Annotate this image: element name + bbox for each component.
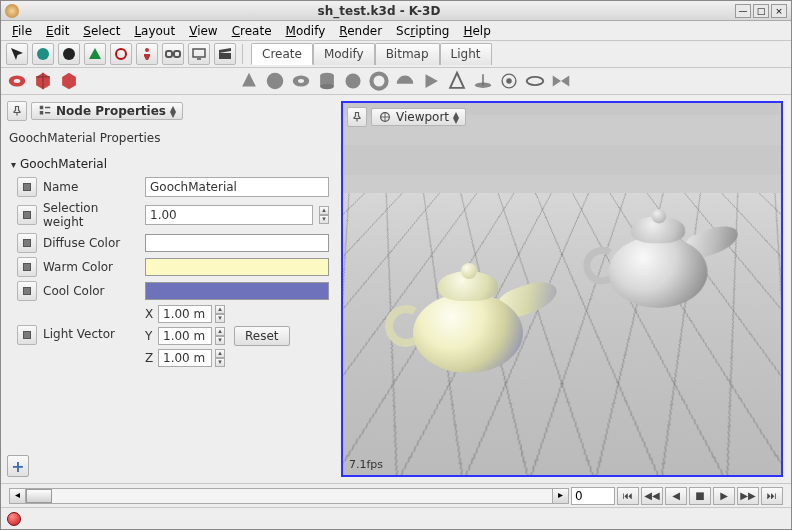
tab-create[interactable]: Create bbox=[251, 43, 313, 65]
tab-light[interactable]: Light bbox=[440, 43, 492, 65]
menu-file[interactable]: File bbox=[5, 22, 39, 40]
torus-red-icon[interactable] bbox=[6, 70, 28, 92]
menu-select[interactable]: Select bbox=[76, 22, 127, 40]
pin-icon[interactable] bbox=[7, 101, 27, 121]
app-icon bbox=[5, 4, 19, 18]
timeline-playhead[interactable] bbox=[26, 489, 52, 503]
warm-swatch[interactable] bbox=[145, 258, 329, 276]
reset-button[interactable]: Reset bbox=[234, 326, 290, 346]
first-frame-button[interactable]: ⏮ bbox=[617, 487, 639, 505]
menu-help[interactable]: Help bbox=[456, 22, 497, 40]
record-button[interactable] bbox=[7, 512, 21, 526]
plug-cool[interactable] bbox=[17, 281, 37, 301]
bowtie-icon[interactable] bbox=[550, 70, 572, 92]
cone-grey-icon[interactable] bbox=[238, 70, 260, 92]
step-back-button[interactable]: ◀ bbox=[665, 487, 687, 505]
fps-readout: 7.1fps bbox=[349, 458, 383, 471]
add-panel-button[interactable]: + bbox=[7, 455, 29, 477]
svg-point-7 bbox=[14, 79, 21, 83]
person-icon[interactable] bbox=[136, 43, 158, 65]
menu-modify[interactable]: Modify bbox=[279, 22, 333, 40]
section-toggle[interactable]: GoochMaterial bbox=[7, 155, 333, 173]
teapot-gooch[interactable] bbox=[383, 263, 553, 383]
menu-view[interactable]: View bbox=[182, 22, 224, 40]
sphere-grey-icon[interactable] bbox=[264, 70, 286, 92]
menu-layout[interactable]: Layout bbox=[127, 22, 182, 40]
screen-icon[interactable] bbox=[188, 43, 210, 65]
timeline-right-cap[interactable]: ▸ bbox=[552, 489, 568, 503]
lightvec-z-row: Z ▴▾ bbox=[145, 349, 290, 367]
panel-selector[interactable]: Node Properties ▴▾ bbox=[31, 102, 183, 120]
viewport-selector[interactable]: Viewport ▴▾ bbox=[371, 108, 466, 126]
maximize-button[interactable]: □ bbox=[753, 4, 769, 18]
sphere-black-icon[interactable] bbox=[58, 43, 80, 65]
minimize-button[interactable]: — bbox=[735, 4, 751, 18]
menu-create[interactable]: Create bbox=[225, 22, 279, 40]
viewport[interactable]: Viewport ▴▾ 7.1fps bbox=[341, 101, 783, 477]
selection-weight-input[interactable] bbox=[145, 205, 313, 225]
lightvec-z-input[interactable] bbox=[158, 349, 212, 367]
cube-alt-icon[interactable] bbox=[58, 70, 80, 92]
dome-icon[interactable] bbox=[394, 70, 416, 92]
plug-diffuse[interactable] bbox=[17, 233, 37, 253]
lightvec-y-spinner[interactable]: ▴▾ bbox=[215, 327, 225, 345]
step-fwd-button[interactable]: ▶ bbox=[713, 487, 735, 505]
clapper-icon[interactable] bbox=[214, 43, 236, 65]
sphere2-icon[interactable] bbox=[342, 70, 364, 92]
torus-grey-icon[interactable] bbox=[290, 70, 312, 92]
viewport-selector-label: Viewport bbox=[396, 110, 449, 124]
play-icon[interactable] bbox=[420, 70, 442, 92]
teapot-standard[interactable] bbox=[582, 209, 735, 317]
label-diffuse: Diffuse Color bbox=[43, 236, 139, 250]
lightvec-z-spinner[interactable]: ▴▾ bbox=[215, 349, 225, 367]
frame-input[interactable] bbox=[571, 487, 615, 505]
lightvec-y-input[interactable] bbox=[158, 327, 212, 345]
menu-render[interactable]: Render bbox=[332, 22, 389, 40]
cylinder-icon[interactable] bbox=[316, 70, 338, 92]
play-fwd-button[interactable]: ▶▶ bbox=[737, 487, 759, 505]
sphere-teal-icon[interactable] bbox=[32, 43, 54, 65]
toolbar-primary: Create Modify Bitmap Light bbox=[1, 41, 791, 68]
timeline-scrubber[interactable]: ◂ ▸ bbox=[9, 488, 569, 504]
svg-point-0 bbox=[37, 48, 49, 60]
row-diffuse: Diffuse Color bbox=[17, 233, 329, 253]
cube-red-icon[interactable] bbox=[32, 70, 54, 92]
plug-warm[interactable] bbox=[17, 257, 37, 277]
tab-bitmap[interactable]: Bitmap bbox=[375, 43, 440, 65]
row-name: Name bbox=[17, 177, 329, 197]
cone-icon[interactable] bbox=[446, 70, 468, 92]
lightvec-x-spinner[interactable]: ▴▾ bbox=[215, 305, 225, 323]
window-title: sh_test.k3d - K-3D bbox=[25, 4, 733, 18]
timeline-left-cap[interactable]: ◂ bbox=[10, 489, 26, 503]
play-back-button[interactable]: ◀◀ bbox=[641, 487, 663, 505]
ring-icon[interactable] bbox=[368, 70, 390, 92]
viewport-pin-icon[interactable] bbox=[347, 107, 367, 127]
diffuse-swatch[interactable] bbox=[145, 234, 329, 252]
viewport-canvas[interactable] bbox=[343, 103, 781, 475]
last-frame-button[interactable]: ⏭ bbox=[761, 487, 783, 505]
selection-weight-spinner[interactable]: ▴▾ bbox=[319, 206, 329, 224]
stop-button[interactable]: ■ bbox=[689, 487, 711, 505]
tab-modify[interactable]: Modify bbox=[313, 43, 375, 65]
svg-rect-5 bbox=[193, 49, 205, 57]
row-warm: Warm Color bbox=[17, 257, 329, 277]
name-input[interactable] bbox=[145, 177, 329, 197]
close-button[interactable]: × bbox=[771, 4, 787, 18]
plug-selw[interactable] bbox=[17, 205, 37, 225]
menubar: File Edit Select Layout View Create Modi… bbox=[1, 21, 791, 41]
chevron-updown-icon: ▴▾ bbox=[170, 105, 176, 117]
target-icon[interactable] bbox=[498, 70, 520, 92]
plug-lightvec[interactable] bbox=[17, 325, 37, 345]
halo-icon[interactable] bbox=[524, 70, 546, 92]
plug-name[interactable] bbox=[17, 177, 37, 197]
circle-icon[interactable] bbox=[110, 43, 132, 65]
cool-swatch[interactable] bbox=[145, 282, 329, 300]
triangle-icon[interactable] bbox=[84, 43, 106, 65]
status-bar bbox=[1, 507, 791, 529]
menu-edit[interactable]: Edit bbox=[39, 22, 76, 40]
menu-scripting[interactable]: Scripting bbox=[389, 22, 456, 40]
ground-icon[interactable] bbox=[472, 70, 494, 92]
lightvec-x-input[interactable] bbox=[158, 305, 212, 323]
cursor-icon[interactable] bbox=[6, 43, 28, 65]
link-icon[interactable] bbox=[162, 43, 184, 65]
